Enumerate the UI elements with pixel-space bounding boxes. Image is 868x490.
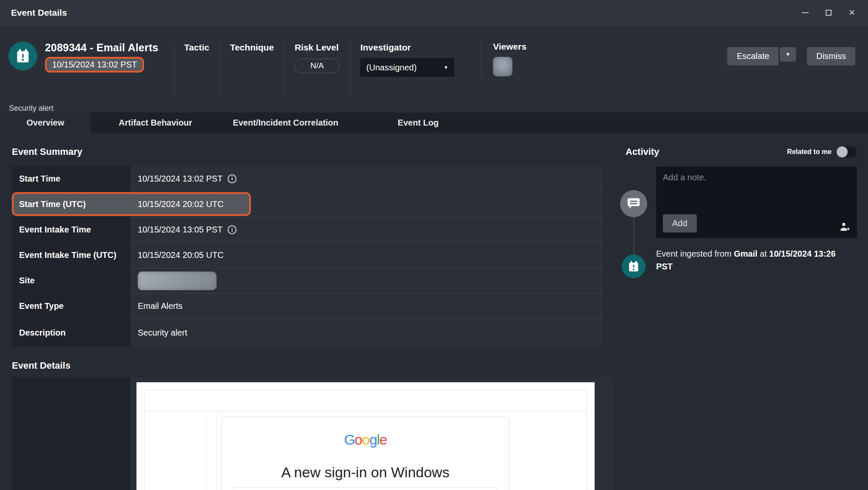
row-value: 10/15/2024 20:05 UTC [131, 242, 603, 268]
google-logo: Google [233, 431, 498, 448]
viewer-avatar [493, 57, 512, 76]
investigator-value: (Unassigned) [366, 63, 417, 73]
row-value-text: Security alert [138, 328, 187, 338]
header-meta: Tactic Technique Risk Level N/A Investig… [174, 42, 465, 97]
row-label: Event Type [12, 293, 131, 319]
email-headline: A new sign-in on Windows [233, 464, 498, 481]
viewers-label: Viewers [493, 42, 526, 52]
event-summary-heading: Event Summary [12, 146, 614, 157]
activity-panel: Activity Related to me Add [614, 133, 868, 490]
row-label: Start Time (UTC) [12, 191, 131, 217]
header-actions: Escalate ▼ Dismiss [727, 47, 855, 65]
minimize-icon[interactable] [802, 8, 809, 17]
note-input[interactable] [663, 173, 850, 211]
tactic-label: Tactic [184, 42, 209, 53]
tab-overview[interactable]: Overview [0, 112, 91, 133]
table-row: Event Type Email Alerts [12, 293, 603, 319]
maximize-icon[interactable] [826, 8, 832, 17]
tab-artifact-behaviour[interactable]: Artifact Behaviour [100, 112, 211, 133]
row-label: Event Intake Time [12, 217, 131, 242]
ingest-source: Gmail [734, 249, 757, 258]
investigator-select[interactable]: (Unassigned) ▼ [360, 58, 454, 77]
event-header: 2089344 - Email Alerts 10/15/2024 13:02 … [0, 25, 868, 112]
event-description: Security alert [9, 104, 53, 113]
related-to-me-toggle[interactable] [837, 146, 857, 157]
tactic-column: Tactic [174, 42, 220, 97]
investigator-label: Investigator [360, 42, 454, 53]
technique-column: Technique [220, 42, 284, 97]
redacted-site-value [138, 272, 217, 290]
speech-bubble-glyph [626, 196, 641, 211]
row-value: Email Alerts [131, 293, 603, 319]
note-composer[interactable]: Add [656, 167, 857, 238]
tab-bar: Overview Artifact Behaviour Event/Incide… [0, 112, 868, 133]
ingest-calendar-icon [622, 255, 645, 278]
table-row: Description Security alert [12, 319, 603, 347]
row-label: Start Time [12, 166, 131, 191]
event-title: 2089344 - Email Alerts [45, 42, 159, 54]
logo-letter: o [355, 431, 362, 448]
calendar-alert-glyph [15, 48, 31, 64]
investigator-column: Investigator (Unassigned) ▼ [350, 42, 465, 97]
escalate-dropdown-button[interactable]: ▼ [780, 47, 796, 62]
ingest-prefix: Event ingested from [656, 249, 734, 258]
risk-level-column: Risk Level N/A [284, 42, 350, 97]
row-value-text: 10/15/2024 13:02 PST [138, 174, 223, 184]
close-icon[interactable]: ✕ [849, 8, 855, 17]
email-column-spacer [206, 412, 217, 490]
logo-letter: G [344, 431, 355, 448]
add-note-button[interactable]: Add [663, 214, 697, 232]
tab-event-log[interactable]: Event Log [379, 112, 457, 133]
overview-main: Event Summary Start Time 10/15/2024 13:0… [0, 133, 614, 490]
info-icon[interactable]: i [228, 225, 236, 234]
event-summary-table: Start Time 10/15/2024 13:02 PST i Start … [12, 166, 603, 347]
logo-letter: e [379, 431, 387, 448]
table-row: Event Intake Time (UTC) 10/15/2024 20:05… [12, 242, 603, 268]
row-label: Site [12, 268, 131, 293]
window-title: Event Details [11, 8, 67, 18]
toggle-knob [837, 146, 848, 157]
window-titlebar: Event Details ✕ [0, 0, 868, 25]
info-icon[interactable]: i [228, 174, 236, 183]
message-body-label: Message body [12, 377, 131, 490]
email-sender-row: hishing@d3.bab.b [234, 487, 497, 490]
escalate-button[interactable]: Escalate [727, 47, 779, 65]
risk-level-value: N/A [295, 59, 339, 73]
related-to-me-label: Related to me [787, 148, 832, 156]
add-person-icon[interactable] [839, 221, 850, 232]
table-row-site: Site [12, 268, 603, 293]
dismiss-button[interactable]: Dismiss [807, 47, 855, 65]
row-value-text: Email Alerts [138, 301, 183, 311]
event-timestamp-highlight: 10/15/2024 13:02 PST [45, 57, 144, 73]
event-calendar-icon [8, 42, 37, 70]
email-header-band [145, 390, 587, 412]
tab-event-incident-correlation[interactable]: Event/Incident Correlation [214, 112, 357, 133]
chevron-down-icon: ▼ [443, 64, 448, 70]
event-details-table: Message body Google A new sign-in on Win… [12, 377, 614, 490]
row-value: 10/15/2024 13:02 PST i [131, 166, 603, 191]
ingest-activity-entry: Event ingested from Gmail at 10/15/2024 … [656, 247, 848, 273]
technique-label: Technique [230, 42, 274, 53]
row-value [131, 268, 603, 293]
table-row: Start Time 10/15/2024 13:02 PST i [12, 166, 603, 191]
timeline-connector [633, 217, 634, 255]
table-row-highlighted: Start Time (UTC) 10/15/2024 20:02 UTC [12, 191, 603, 217]
table-row: Event Intake Time 10/15/2024 13:05 PST i [12, 217, 603, 242]
activity-heading: Activity [626, 146, 659, 157]
comment-icon [620, 190, 647, 217]
email-preview: Google A new sign-in on Windows hishing@… [136, 382, 595, 490]
row-value-text: 10/15/2024 13:05 PST [138, 225, 223, 235]
risk-level-label: Risk Level [295, 42, 339, 53]
message-body-cell: Google A new sign-in on Windows hishing@… [131, 377, 614, 490]
calendar-alert-glyph [627, 260, 640, 273]
row-value-text: 10/15/2024 20:02 UTC [138, 199, 223, 209]
row-value: 10/15/2024 13:05 PST i [131, 217, 603, 242]
window-controls: ✕ [802, 8, 855, 17]
row-label: Description [12, 319, 131, 347]
row-value: 10/15/2024 20:02 UTC [131, 191, 603, 217]
event-details-heading: Event Details [12, 360, 614, 371]
row-label: Event Intake Time (UTC) [12, 242, 131, 268]
google-email-card: Google A new sign-in on Windows hishing@… [221, 417, 509, 490]
email-outer-frame: Google A new sign-in on Windows hishing@… [144, 390, 587, 490]
logo-letter: g [369, 431, 376, 448]
